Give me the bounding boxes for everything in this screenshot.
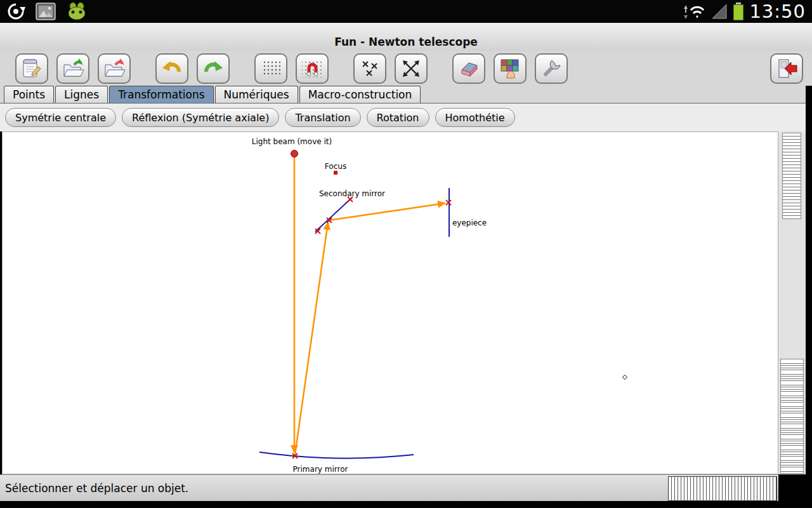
- homothetie-button[interactable]: Homothétie: [435, 108, 515, 127]
- canvas-label: Primary mirror: [293, 465, 348, 474]
- rotation-button[interactable]: Rotation: [367, 108, 429, 127]
- tab-numeriques[interactable]: Numériques: [215, 86, 298, 103]
- screen: 13:50 Fun - Newton telescope: [0, 0, 812, 508]
- appearance-palette-button[interactable]: [494, 53, 527, 84]
- undo-button[interactable]: [155, 53, 188, 84]
- status-bar: Sélectionner et déplacer un objet.: [0, 474, 778, 501]
- open-folder-green-icon: [62, 57, 84, 80]
- notification-icons: [6, 0, 88, 23]
- free-point[interactable]: [622, 375, 627, 379]
- light-beam-point[interactable]: [291, 150, 298, 157]
- wrench-icon: [540, 57, 563, 80]
- recycle-logo-icon: [6, 2, 25, 21]
- tab-points[interactable]: Points: [4, 86, 54, 103]
- right-scrollbar-upper[interactable]: [782, 133, 801, 219]
- secondary-mirror-segment[interactable]: [315, 197, 352, 232]
- exit-door-icon: [775, 57, 798, 80]
- right-scrollbar-lower[interactable]: [780, 359, 804, 474]
- translation-button[interactable]: Translation: [285, 108, 360, 127]
- eraser-icon: [457, 57, 480, 80]
- title-bar: Fun - Newton telescope: [0, 23, 812, 51]
- signal-strength-icon: [711, 3, 728, 20]
- new-sketch-button[interactable]: [15, 53, 48, 84]
- status-message: Sélectionner et déplacer un objet.: [5, 482, 188, 495]
- redo-icon: [202, 57, 225, 80]
- symetrie-centrale-button[interactable]: Symétrie centrale: [5, 108, 116, 127]
- show-hide-points-button[interactable]: [353, 53, 386, 84]
- reflected-ray-secondary[interactable]: [329, 203, 445, 220]
- system-status-icons: 13:50: [682, 1, 806, 22]
- wifi-icon: [682, 3, 706, 20]
- canvas-label: Secondary mirror: [319, 189, 385, 198]
- tab-macro-construction[interactable]: Macro-construction: [299, 86, 421, 103]
- magnet-icon: [301, 57, 324, 80]
- open-file-button[interactable]: [56, 53, 89, 84]
- transformation-toolbar: Symétrie centrale Réflexion (Symétrie ax…: [0, 104, 812, 131]
- clock: 13:50: [749, 1, 806, 22]
- open-recent-button[interactable]: [98, 53, 131, 84]
- focus-point[interactable]: [334, 171, 337, 175]
- redo-button[interactable]: [197, 53, 230, 84]
- tab-transformations[interactable]: Transformations: [109, 86, 213, 103]
- reflected-ray-primary[interactable]: [295, 222, 328, 455]
- eraser-button[interactable]: [452, 53, 485, 84]
- window-title: Fun - Newton telescope: [334, 36, 478, 48]
- construction-svg[interactable]: Light beam (move it)FocusSecondary mirro…: [3, 132, 778, 474]
- magnet-grid-button[interactable]: [296, 53, 329, 84]
- right-panel: [778, 131, 806, 474]
- primary-mirror-arc[interactable]: [259, 452, 414, 458]
- bottom-edge-strip: [0, 501, 812, 508]
- grid-button[interactable]: [254, 53, 287, 84]
- bottom-scrollbar[interactable]: [668, 476, 777, 501]
- points-icon: [358, 57, 381, 80]
- reflexion-button[interactable]: Réflexion (Symétrie axiale): [122, 108, 279, 127]
- canvas-label: eyepiece: [452, 218, 487, 227]
- open-folder-red-icon: [103, 57, 126, 80]
- grid-dots-icon: [259, 57, 282, 80]
- canvas-label: Focus: [325, 162, 346, 171]
- toolbar: [0, 51, 812, 86]
- mascot-icon: [66, 2, 88, 21]
- right-edge-strip: [806, 86, 812, 508]
- tab-lignes[interactable]: Lignes: [55, 86, 108, 103]
- battery-icon: [733, 2, 744, 21]
- move-arrows-icon: [400, 57, 422, 80]
- move-expand-button[interactable]: [395, 53, 428, 84]
- undo-icon: [160, 57, 183, 80]
- new-sketch-icon: [20, 57, 43, 80]
- exit-button[interactable]: [770, 53, 803, 84]
- palette-hand-icon: [499, 57, 521, 80]
- tab-bar: Points Lignes Transformations Numériques…: [0, 86, 812, 104]
- gallery-icon: [36, 2, 56, 21]
- settings-wrench-button[interactable]: [535, 53, 568, 84]
- canvas-label: Light beam (move it): [252, 137, 332, 146]
- geometry-canvas[interactable]: Light beam (move it)FocusSecondary mirro…: [2, 131, 778, 474]
- android-status-bar: 13:50: [0, 0, 812, 23]
